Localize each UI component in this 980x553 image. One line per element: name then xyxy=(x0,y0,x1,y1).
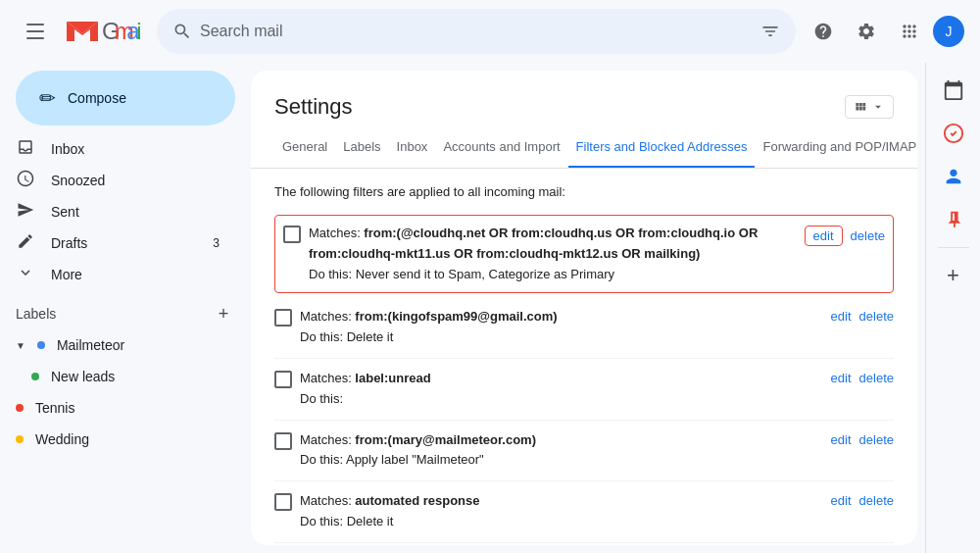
filter-delete-btn-1[interactable]: delete xyxy=(851,228,885,243)
sidebar-item-inbox[interactable]: Inbox xyxy=(0,133,235,165)
label-dot-mailmeteor xyxy=(37,341,45,349)
label-name-tennis: Tennis xyxy=(35,400,74,416)
sent-label: Sent xyxy=(51,204,220,220)
filter-actions-3: edit delete xyxy=(831,369,894,385)
filter-actions-5: edit delete xyxy=(831,491,894,508)
drafts-label: Drafts xyxy=(51,235,197,251)
sidebar-item-sent[interactable]: Sent xyxy=(0,196,235,227)
calendar-icon-btn[interactable] xyxy=(934,71,973,110)
filter-actions-1: edit delete xyxy=(805,224,885,246)
calendar-icon xyxy=(943,79,964,101)
contacts-icon-btn[interactable] xyxy=(934,157,973,196)
expand-icon: ▼ xyxy=(16,340,25,351)
search-input[interactable]: Search mail xyxy=(200,23,753,40)
tab-inbox[interactable]: Inbox xyxy=(389,127,436,169)
more-label: More xyxy=(51,267,82,282)
label-name-new-leads: New leads xyxy=(51,369,115,384)
svg-text:i: i xyxy=(136,18,141,44)
sidebar-item-new-leads[interactable]: New leads xyxy=(0,361,235,392)
filter-checkbox-3[interactable] xyxy=(274,371,292,388)
filter-checkbox-2[interactable] xyxy=(274,309,292,327)
settings-header: Settings xyxy=(251,71,917,120)
filter-edit-btn-3[interactable]: edit xyxy=(831,371,852,385)
filter-row-4: Matches: from:(mary@mailmeteor.com) Do t… xyxy=(274,421,894,482)
tab-general[interactable]: General xyxy=(274,127,335,169)
add-label-button[interactable]: + xyxy=(212,302,235,326)
label-dot-wedding xyxy=(16,435,24,443)
sidebar-more[interactable]: More xyxy=(0,259,235,290)
inbox-icon xyxy=(16,138,35,160)
settings-header-right xyxy=(845,95,894,119)
apps-button[interactable] xyxy=(890,12,929,51)
filter-delete-btn-5[interactable]: delete xyxy=(859,493,894,508)
top-bar: G m a i l Search mail J xyxy=(0,0,980,63)
compose-icon: ✏ xyxy=(39,86,56,110)
filter-checkbox-5[interactable] xyxy=(274,493,292,511)
search-bar[interactable]: Search mail xyxy=(157,9,796,54)
labels-section: Labels + ▼ Mailmeteor New leads Tennis W… xyxy=(0,298,251,455)
sidebar-item-mailmeteor[interactable]: ▼ Mailmeteor xyxy=(0,329,235,361)
drafts-count: 3 xyxy=(213,236,220,250)
apps-icon xyxy=(900,22,919,41)
dropdown-arrow-icon xyxy=(871,100,885,114)
search-icon xyxy=(172,22,192,41)
filter-checkbox-4[interactable] xyxy=(274,432,292,450)
more-icon xyxy=(16,264,35,285)
filter-actions-2: edit delete xyxy=(831,307,894,324)
sidebar-item-snoozed[interactable]: Snoozed xyxy=(0,165,235,196)
sidebar-item-drafts[interactable]: Drafts 3 xyxy=(0,227,235,259)
filter-delete-btn-3[interactable]: delete xyxy=(859,371,894,385)
filter-row-1: Matches: from:(@cloudhq.net OR from:clou… xyxy=(274,215,894,293)
add-panel-button[interactable]: + xyxy=(934,256,973,295)
sidebar: ✏ Compose Inbox Snoozed Sent Drafts xyxy=(0,63,251,553)
filter-text-3: Matches: label:unread Do this: xyxy=(300,369,823,410)
tab-labels[interactable]: Labels xyxy=(335,127,388,169)
filter-delete-btn-4[interactable]: delete xyxy=(859,432,894,447)
help-button[interactable] xyxy=(804,12,843,51)
keep-icon xyxy=(943,209,964,230)
filter-edit-btn-5[interactable]: edit xyxy=(831,493,852,508)
sidebar-item-wedding[interactable]: Wedding xyxy=(0,424,235,455)
settings-button[interactable] xyxy=(847,12,886,51)
filter-delete-btn-2[interactable]: delete xyxy=(859,309,894,324)
tab-forwarding[interactable]: Forwarding and POP/IMAP xyxy=(755,127,917,169)
avatar[interactable]: J xyxy=(933,16,964,47)
filter-checkbox-1[interactable] xyxy=(283,226,301,243)
compose-button[interactable]: ✏ Compose xyxy=(16,71,235,126)
main-content: Settings General Labels Inbox Accounts a… xyxy=(251,71,917,545)
contacts-icon xyxy=(943,166,964,187)
filter-edit-btn-1[interactable]: edit xyxy=(805,226,843,246)
filter-text-5: Matches: automated response Do this: Del… xyxy=(300,491,823,532)
tab-filters[interactable]: Filters and Blocked Addresses xyxy=(568,127,756,169)
filter-text-4: Matches: from:(mary@mailmeteor.com) Do t… xyxy=(300,430,823,472)
filter-row-6: Matches: to:(john.mailmeteor@gmail.com) … xyxy=(274,543,894,545)
settings-content: The following filters are applied to all… xyxy=(251,169,917,545)
search-tune-icon[interactable] xyxy=(760,22,780,41)
tasks-icon-btn[interactable] xyxy=(934,114,973,153)
gear-icon xyxy=(857,22,876,41)
sidebar-item-tennis[interactable]: Tennis xyxy=(0,392,235,424)
labels-header: Labels + xyxy=(0,298,251,329)
inbox-label: Inbox xyxy=(51,141,220,157)
label-name-mailmeteor: Mailmeteor xyxy=(57,337,124,353)
compose-label: Compose xyxy=(68,90,126,106)
snoozed-icon xyxy=(16,170,35,191)
filter-row-3: Matches: label:unread Do this: edit dele… xyxy=(274,359,894,421)
filter-edit-btn-4[interactable]: edit xyxy=(831,432,852,447)
top-bar-actions: J xyxy=(804,12,964,51)
filters-heading: The following filters are applied to all… xyxy=(274,184,894,199)
gmail-logo-icon xyxy=(63,18,102,45)
sent-icon xyxy=(16,201,35,223)
filter-edit-btn-2[interactable]: edit xyxy=(831,309,852,324)
tasks-icon xyxy=(943,123,964,144)
panel-divider xyxy=(938,247,969,248)
settings-header-btn[interactable] xyxy=(845,95,894,119)
main-layout: ✏ Compose Inbox Snoozed Sent Drafts xyxy=(0,63,980,553)
menu-button[interactable] xyxy=(16,12,55,51)
gmail-logo: G m a i l xyxy=(63,17,141,46)
tab-accounts[interactable]: Accounts and Import xyxy=(435,127,567,169)
keep-icon-btn[interactable] xyxy=(934,200,973,239)
filter-text-1: Matches: from:(@cloudhq.net OR from:clou… xyxy=(309,224,797,284)
filter-row-5: Matches: automated response Do this: Del… xyxy=(274,481,894,543)
label-dot-new-leads xyxy=(31,373,39,380)
